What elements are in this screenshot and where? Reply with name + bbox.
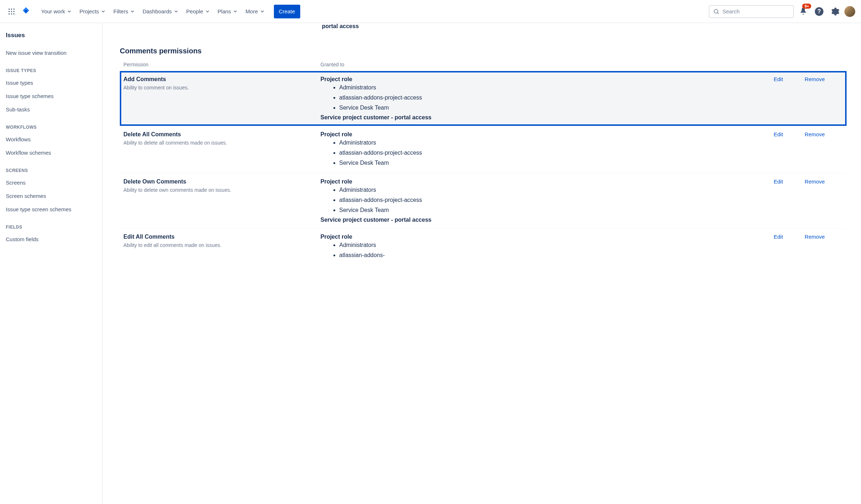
permission-name: Delete All Comments — [123, 131, 320, 140]
permission-row: Delete Own CommentsAbility to delete own… — [120, 173, 847, 228]
chevron-down-icon — [130, 9, 135, 14]
edit-link[interactable]: Edit — [774, 76, 783, 121]
project-role-label: Project role — [320, 131, 771, 138]
sidebar-link-screens[interactable]: Screens — [6, 176, 102, 189]
chevron-down-icon — [205, 9, 210, 14]
remove-link[interactable]: Remove — [805, 178, 825, 223]
sidebar-link-issue-type-schemes[interactable]: Issue type schemes — [6, 89, 102, 103]
col-header-actions — [771, 62, 843, 67]
sidebar-heading-fields: FIELDS — [6, 216, 102, 233]
svg-point-9 — [714, 9, 718, 13]
role-list: Administratorsatlassian-addons- — [320, 240, 771, 260]
permission-name: Add Comments — [123, 76, 320, 85]
header-left: Your work Projects Filters Dashboards Pe… — [6, 4, 709, 19]
nav-your-work[interactable]: Your work — [38, 4, 76, 19]
granted-to-cell: Project roleAdministratorsatlassian-addo… — [320, 178, 771, 223]
service-portal-label: Service project customer - portal access — [320, 215, 771, 223]
nav-plans[interactable]: Plans — [214, 4, 242, 19]
search-box[interactable] — [709, 5, 794, 18]
permissions-table: Permission Granted to Add CommentsAbilit… — [120, 62, 847, 265]
permission-cell: Delete All CommentsAbility to delete all… — [123, 131, 320, 168]
role-item: atlassian-addons- — [339, 250, 771, 260]
section-title: Comments permissions — [120, 32, 847, 62]
actions-cell: EditRemove — [771, 178, 843, 223]
role-item: atlassian-addons-project-access — [339, 93, 771, 103]
chevron-down-icon — [259, 9, 265, 14]
granted-to-cell: Project roleAdministratorsatlassian-addo… — [320, 234, 771, 260]
notifications-icon[interactable]: 9+ — [797, 5, 810, 18]
role-item: atlassian-addons-project-access — [339, 148, 771, 158]
permission-row: Edit All CommentsAbility to edit all com… — [120, 228, 847, 265]
chevron-down-icon — [173, 9, 179, 14]
nav-people[interactable]: People — [183, 4, 214, 19]
svg-line-10 — [717, 13, 719, 14]
sidebar-link-custom-fields[interactable]: Custom fields — [6, 233, 102, 246]
notification-badge: 9+ — [802, 4, 811, 9]
sidebar-link-issue-types[interactable]: Issue types — [6, 76, 102, 89]
project-role-label: Project role — [320, 76, 771, 83]
nav-filters[interactable]: Filters — [110, 4, 139, 19]
role-item: Administrators — [339, 83, 771, 93]
sidebar-link-issue-type-screen-schemes[interactable]: Issue type screen schemes — [6, 203, 102, 216]
nav-projects[interactable]: Projects — [76, 4, 110, 19]
sidebar-link-screen-schemes[interactable]: Screen schemes — [6, 189, 102, 203]
remove-link[interactable]: Remove — [805, 76, 825, 121]
nav-label: Your work — [41, 8, 65, 14]
role-item: Administrators — [339, 185, 771, 195]
permission-row: Add CommentsAbility to comment on issues… — [120, 71, 847, 126]
role-item: Service Desk Team — [339, 158, 771, 168]
nav-more[interactable]: More — [242, 4, 268, 19]
top-header: Your work Projects Filters Dashboards Pe… — [0, 0, 861, 23]
permission-description: Ability to edit all comments made on iss… — [123, 242, 320, 248]
nav-dashboards[interactable]: Dashboards — [139, 4, 183, 19]
role-item: Service Desk Team — [339, 205, 771, 215]
table-header-row: Permission Granted to — [120, 62, 847, 71]
svg-point-0 — [9, 8, 10, 9]
remove-link[interactable]: Remove — [805, 131, 825, 168]
edit-link[interactable]: Edit — [774, 131, 783, 168]
sidebar-link-workflows[interactable]: Workflows — [6, 133, 102, 146]
role-list: Administratorsatlassian-addons-project-a… — [320, 138, 771, 168]
help-icon[interactable]: ? — [813, 5, 826, 18]
actions-cell: EditRemove — [771, 131, 843, 168]
col-header-permission: Permission — [123, 62, 320, 67]
settings-icon[interactable] — [829, 5, 842, 18]
truncated-previous-row: portal access — [322, 23, 847, 32]
remove-link[interactable]: Remove — [805, 234, 825, 260]
user-avatar[interactable] — [844, 6, 855, 17]
granted-to-cell: Project roleAdministratorsatlassian-addo… — [320, 131, 771, 168]
nav-label: Plans — [218, 8, 231, 14]
create-button[interactable]: Create — [274, 5, 300, 18]
app-switcher-icon[interactable] — [6, 6, 17, 17]
permission-description: Ability to delete own comments made on i… — [123, 187, 320, 193]
role-list: Administratorsatlassian-addons-project-a… — [320, 83, 771, 113]
svg-point-7 — [11, 13, 12, 14]
granted-to-cell: Project roleAdministratorsatlassian-addo… — [320, 76, 771, 121]
nav-label: Projects — [79, 8, 99, 14]
svg-point-2 — [13, 8, 14, 9]
sidebar-link-transition[interactable]: New issue view transition — [6, 46, 102, 59]
search-icon — [713, 8, 720, 15]
edit-link[interactable]: Edit — [774, 234, 783, 260]
permission-description: Ability to delete all comments made on i… — [123, 140, 320, 146]
actions-cell: EditRemove — [771, 234, 843, 260]
sidebar-heading-issue-types: ISSUE TYPES — [6, 59, 102, 76]
svg-point-1 — [11, 8, 12, 9]
role-item: Service Desk Team — [339, 103, 771, 113]
nav-label: People — [186, 8, 203, 14]
nav-label: Filters — [113, 8, 128, 14]
jira-logo-icon[interactable] — [20, 6, 32, 17]
permission-cell: Add CommentsAbility to comment on issues… — [123, 76, 320, 121]
svg-point-3 — [9, 11, 10, 12]
svg-point-8 — [13, 13, 14, 14]
search-input[interactable] — [722, 8, 791, 14]
role-item: atlassian-addons-project-access — [339, 195, 771, 205]
permission-row: Delete All CommentsAbility to delete all… — [120, 126, 847, 173]
chevron-down-icon — [232, 9, 238, 14]
edit-link[interactable]: Edit — [774, 178, 783, 223]
svg-point-5 — [13, 11, 14, 12]
role-list: Administratorsatlassian-addons-project-a… — [320, 185, 771, 215]
sidebar-link-subtasks[interactable]: Sub-tasks — [6, 103, 102, 116]
sidebar-link-workflow-schemes[interactable]: Workflow schemes — [6, 146, 102, 159]
permission-name: Edit All Comments — [123, 234, 320, 242]
